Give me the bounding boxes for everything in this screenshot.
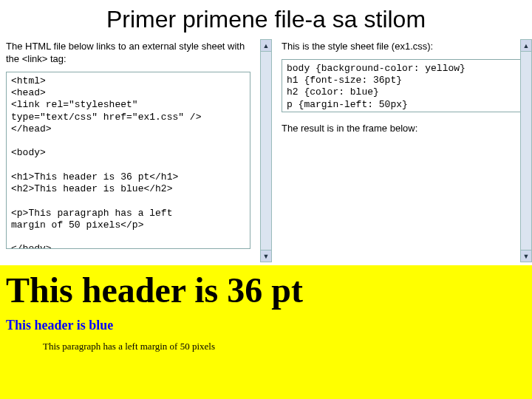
rendered-result-frame: This header is 36 pt This header is blue… — [0, 265, 532, 399]
rendered-h2: This header is blue — [6, 318, 526, 333]
right-intro-text: This is the style sheet file (ex1.css): — [282, 41, 526, 53]
result-intro-text: The result is in the frame below: — [282, 123, 526, 134]
pane-divider: ▲ ▼ — [255, 36, 277, 265]
panes-container: The HTML file below links to an external… — [0, 36, 532, 265]
scroll-down-icon[interactable]: ▼ — [261, 250, 271, 262]
scroll-down-icon[interactable]: ▼ — [521, 250, 531, 262]
css-code-box: body {background-color: yellow} h1 {font… — [282, 59, 526, 112]
left-pane-scrollbar[interactable]: ▲ ▼ — [260, 39, 272, 262]
html-code-box: <html> <head> <link rel="stylesheet" typ… — [6, 72, 250, 249]
left-pane: The HTML file below links to an external… — [0, 36, 255, 265]
scroll-up-icon[interactable]: ▲ — [261, 40, 271, 52]
slide-title: Primer primene file-a sa stilom — [0, 0, 532, 36]
right-pane: This is the style sheet file (ex1.css): … — [277, 36, 532, 265]
right-pane-scrollbar[interactable]: ▲ ▼ — [520, 39, 532, 262]
scroll-up-icon[interactable]: ▲ — [521, 40, 531, 52]
left-intro-text: The HTML file below links to an external… — [6, 41, 250, 66]
rendered-paragraph: This paragraph has a left margin of 50 p… — [43, 341, 526, 352]
rendered-h1: This header is 36 pt — [6, 270, 526, 310]
